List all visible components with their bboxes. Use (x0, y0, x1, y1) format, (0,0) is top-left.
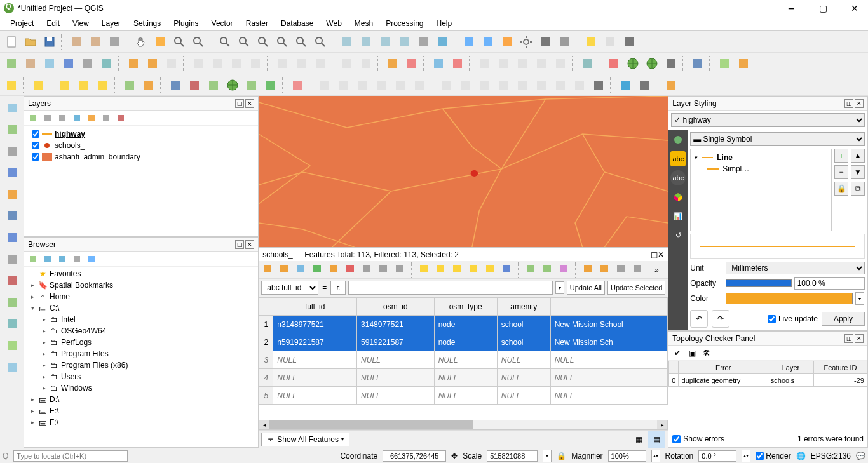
history-tab-icon[interactable]: ↺ (670, 227, 686, 243)
save-edits-icon[interactable] (163, 55, 180, 72)
python-console-icon[interactable] (166, 76, 184, 94)
expand-all-icon[interactable] (85, 112, 98, 124)
sp12-icon[interactable] (532, 76, 550, 94)
open-layer-styling-icon[interactable] (27, 112, 39, 124)
identify-icon[interactable] (460, 33, 478, 51)
browser-item-osgeo4w64[interactable]: ▸🗀OSGeo4W64 (25, 325, 257, 337)
paste-features-icon[interactable] (311, 55, 329, 72)
delete-selected-icon[interactable] (247, 55, 264, 72)
renderer-select[interactable]: ▬ Single Symbol (690, 132, 865, 146)
sp6-icon[interactable] (410, 76, 428, 94)
grass-icon[interactable] (186, 76, 203, 94)
attr-copy-icon[interactable] (377, 262, 392, 278)
add-group-icon[interactable] (41, 112, 54, 124)
add-postgis-icon[interactable] (3, 206, 22, 225)
sp1-icon[interactable] (315, 76, 333, 94)
hide-label-icon[interactable] (552, 55, 569, 72)
menu-database[interactable]: Database (275, 18, 320, 29)
row-number[interactable]: 2 (259, 333, 273, 351)
redo-style-button[interactable]: ↷ (712, 310, 729, 328)
duplicate-symbol-button[interactable]: ⧉ (851, 182, 865, 196)
field-calc-icon[interactable] (498, 33, 516, 51)
unit-select[interactable]: Millimeters (726, 262, 865, 274)
3d-tab-icon[interactable] (670, 189, 686, 205)
add-raster-icon[interactable] (3, 142, 22, 161)
refresh-icon[interactable] (433, 33, 451, 51)
change-label-icon[interactable] (532, 55, 550, 72)
filter-dropdown-button[interactable]: ▾ (555, 281, 564, 294)
tips-icon[interactable] (262, 76, 280, 94)
properties-widget-icon[interactable] (85, 253, 98, 265)
ls-undock-button[interactable]: ◫ (844, 99, 853, 108)
tree-expand-icon[interactable]: ▸ (41, 373, 47, 380)
help-icon[interactable] (689, 55, 707, 72)
tree-expand-icon[interactable]: ▸ (41, 316, 47, 323)
layer-row-ashanti_admin_boundary[interactable]: ashanti_admin_boundary (27, 151, 255, 163)
plugin-b-icon[interactable] (735, 55, 752, 72)
tree-expand-icon[interactable]: ▸ (29, 408, 36, 414)
table-row[interactable]: 3NULLNULLNULLNULLNULL (259, 351, 668, 369)
diagram-tab-icon[interactable]: 📊 (670, 208, 686, 224)
new-bookmark-icon[interactable] (376, 33, 394, 51)
browser-close-button[interactable]: ✕ (245, 240, 254, 249)
minimize-button[interactable]: ━ (782, 2, 801, 15)
web-search-icon[interactable] (643, 55, 661, 72)
tree-expand-icon[interactable]: ▸ (29, 293, 36, 300)
opacity-input[interactable] (794, 277, 865, 290)
sp8-icon[interactable] (456, 76, 474, 94)
overflow2-icon[interactable] (635, 76, 653, 94)
ls-close-button[interactable]: ✕ (855, 99, 864, 108)
browser-item-spatial-bookmarks[interactable]: ▸🔖Spatial Bookmarks (25, 279, 257, 291)
new-map-view-icon[interactable] (338, 33, 356, 51)
attr-dock-icon[interactable] (614, 262, 630, 278)
browser-item-home[interactable]: ▸⌂Home (25, 291, 257, 302)
browser-item-e--[interactable]: ▸🖴E:\ (25, 405, 257, 417)
tree-expand-icon[interactable]: ▸ (41, 351, 47, 357)
filter-field-select[interactable]: abc full_id (261, 281, 318, 295)
row-number[interactable]: 5 (259, 387, 273, 405)
tree-expand-icon[interactable]: ▸ (41, 328, 47, 334)
labels-tab-icon[interactable]: abc (670, 151, 686, 166)
add-spatialite-icon[interactable] (3, 228, 22, 247)
validate-extent-icon[interactable]: ▣ (686, 347, 698, 359)
undo-icon[interactable] (338, 55, 356, 72)
sp10-icon[interactable] (494, 76, 512, 94)
add-oracle-icon[interactable] (3, 271, 22, 290)
attr-select-expr-icon[interactable] (417, 262, 433, 278)
tc-undock-button[interactable]: ◫ (844, 334, 853, 343)
browser-item-users[interactable]: ▸🗀Users (25, 371, 257, 382)
copy-features-icon[interactable] (292, 55, 310, 72)
attr-move-top-icon[interactable] (500, 262, 515, 278)
locator-input[interactable] (13, 450, 128, 462)
maximize-button[interactable]: ▢ (813, 2, 832, 15)
sp3-icon[interactable] (353, 76, 371, 94)
menu-raster[interactable]: Raster (240, 18, 275, 29)
cut-features-icon[interactable] (273, 55, 291, 72)
add-mssql-icon[interactable] (3, 250, 22, 269)
attr-multiedit-icon[interactable] (278, 262, 293, 278)
attr-cond-format-icon[interactable] (598, 262, 613, 278)
label-tool-icon[interactable] (384, 55, 402, 72)
style-manager-icon[interactable] (105, 33, 123, 51)
opacity-slider[interactable] (726, 279, 791, 287)
zoom-out-icon[interactable] (189, 33, 207, 51)
update-all-button[interactable]: Update All (567, 281, 605, 295)
add-xyz-icon[interactable] (3, 336, 22, 355)
browser-undock-button[interactable]: ◫ (235, 240, 244, 249)
layers-undock-button[interactable]: ◫ (235, 99, 244, 108)
ls-layer-select[interactable]: ✓ highway (671, 113, 865, 127)
plugin-a-icon[interactable] (715, 55, 733, 72)
attr-delete-feature-icon[interactable] (344, 262, 359, 278)
osm-download-icon[interactable] (140, 76, 158, 94)
collapse-all-icon[interactable] (100, 112, 112, 124)
tree-expand-icon[interactable]: ▸ (29, 282, 36, 288)
layers-close-button[interactable]: ✕ (245, 99, 254, 108)
new-vector-icon[interactable] (3, 55, 20, 72)
sp5-icon[interactable] (391, 76, 409, 94)
add-vector-icon[interactable] (3, 120, 22, 139)
render-checkbox[interactable]: Render (756, 450, 790, 462)
expression-button[interactable]: ε (330, 281, 346, 295)
attr-paste-icon[interactable] (393, 262, 409, 278)
move-down-button[interactable]: ▼ (851, 165, 865, 179)
attr-undock-button[interactable]: ◫ (651, 250, 658, 259)
